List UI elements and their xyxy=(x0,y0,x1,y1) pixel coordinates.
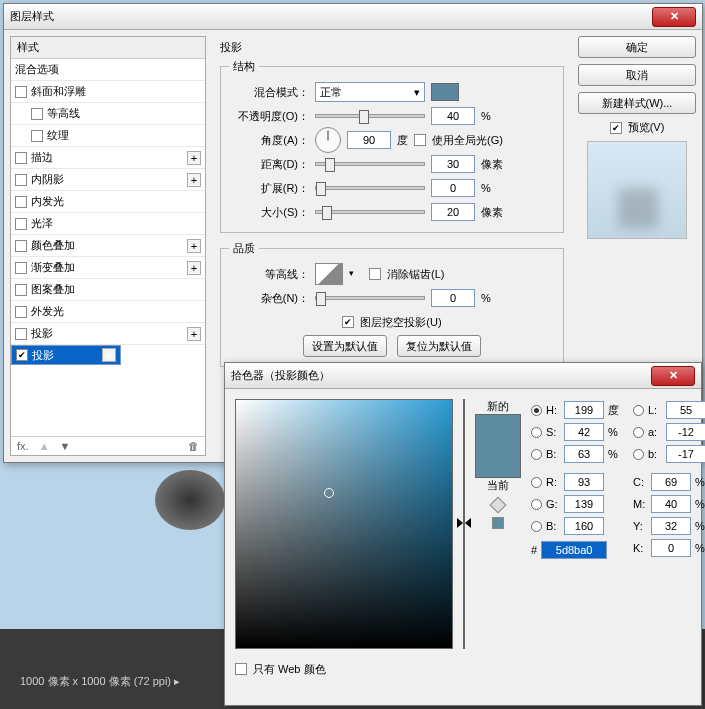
reset-default-button[interactable]: 复位为默认值 xyxy=(397,335,481,357)
add-effect-icon[interactable]: + xyxy=(187,261,201,275)
style-checkbox[interactable] xyxy=(15,284,27,296)
a-radio[interactable] xyxy=(633,427,644,438)
style-item[interactable]: 颜色叠加+ xyxy=(11,235,205,257)
r-radio[interactable] xyxy=(531,477,542,488)
blend-mode-select[interactable]: 正常▾ xyxy=(315,82,425,102)
opacity-input[interactable] xyxy=(431,107,475,125)
add-effect-icon[interactable]: + xyxy=(187,151,201,165)
style-checkbox[interactable]: ✔ xyxy=(16,349,28,361)
hex-input[interactable] xyxy=(541,541,607,559)
style-item[interactable]: 渐变叠加+ xyxy=(11,257,205,279)
style-item[interactable]: 图案叠加 xyxy=(11,279,205,301)
hue-slider[interactable] xyxy=(463,399,465,649)
style-item[interactable]: 投影+ xyxy=(11,323,205,345)
size-slider[interactable] xyxy=(315,210,425,214)
style-checkbox[interactable] xyxy=(15,306,27,318)
style-checkbox[interactable] xyxy=(31,130,43,142)
trash-icon[interactable]: 🗑 xyxy=(188,440,199,452)
m-input[interactable] xyxy=(651,495,691,513)
distance-label: 距离(D)： xyxy=(229,157,309,172)
b-label: B: xyxy=(546,448,560,460)
style-item[interactable]: 斜面和浮雕 xyxy=(11,81,205,103)
noise-input[interactable] xyxy=(431,289,475,307)
a-input[interactable] xyxy=(666,423,705,441)
lb-radio[interactable] xyxy=(633,449,644,460)
knockout-checkbox[interactable]: ✔ xyxy=(342,316,354,328)
k-input[interactable] xyxy=(651,539,691,557)
g-radio[interactable] xyxy=(531,499,542,510)
add-effect-icon[interactable]: + xyxy=(187,173,201,187)
fx-icon[interactable]: fx. xyxy=(17,440,29,452)
style-checkbox[interactable] xyxy=(15,152,27,164)
y-input[interactable] xyxy=(651,517,691,535)
contour-picker[interactable] xyxy=(315,263,343,285)
bb-input[interactable] xyxy=(564,517,604,535)
style-item[interactable]: 内发光 xyxy=(11,191,205,213)
layer-style-title: 图层样式 xyxy=(10,9,652,24)
style-item[interactable]: 描边+ xyxy=(11,147,205,169)
distance-slider[interactable] xyxy=(315,162,425,166)
lb-input[interactable] xyxy=(666,445,705,463)
use-global-light-checkbox[interactable] xyxy=(414,134,426,146)
style-item[interactable]: 等高线 xyxy=(11,103,205,125)
style-item[interactable]: 外发光 xyxy=(11,301,205,323)
size-input[interactable] xyxy=(431,203,475,221)
style-checkbox[interactable] xyxy=(15,262,27,274)
preview-checkbox[interactable]: ✔ xyxy=(610,122,622,134)
add-effect-icon[interactable]: + xyxy=(187,239,201,253)
style-checkbox[interactable] xyxy=(15,174,27,186)
r-input[interactable] xyxy=(564,473,604,491)
angle-dial[interactable] xyxy=(315,127,341,153)
close-icon[interactable]: ✕ xyxy=(652,7,696,27)
style-checkbox[interactable] xyxy=(15,218,27,230)
style-checkbox[interactable] xyxy=(15,328,27,340)
b-input[interactable] xyxy=(564,445,604,463)
bb-radio[interactable] xyxy=(531,521,542,532)
cube-icon[interactable] xyxy=(490,497,507,514)
style-item-label: 投影 xyxy=(31,326,183,341)
cancel-button[interactable]: 取消 xyxy=(578,64,696,86)
shadow-color-swatch[interactable] xyxy=(431,83,459,101)
color-compare-swatch[interactable] xyxy=(475,414,521,478)
move-up-icon[interactable]: ▲ xyxy=(39,440,50,452)
b-radio[interactable] xyxy=(531,449,542,460)
web-only-checkbox[interactable] xyxy=(235,663,247,675)
angle-input[interactable] xyxy=(347,131,391,149)
bg-planet-image xyxy=(155,470,225,530)
style-item[interactable]: 内阴影+ xyxy=(11,169,205,191)
style-item[interactable]: 光泽 xyxy=(11,213,205,235)
style-checkbox[interactable] xyxy=(15,240,27,252)
move-down-icon[interactable]: ▼ xyxy=(60,440,71,452)
l-radio[interactable] xyxy=(633,405,644,416)
h-radio[interactable] xyxy=(531,405,542,416)
spread-input[interactable] xyxy=(431,179,475,197)
spread-slider[interactable] xyxy=(315,186,425,190)
quality-legend: 品质 xyxy=(229,241,259,256)
noise-slider[interactable] xyxy=(315,296,425,300)
style-checkbox[interactable] xyxy=(31,108,43,120)
add-effect-icon[interactable]: + xyxy=(187,327,201,341)
set-default-button[interactable]: 设置为默认值 xyxy=(303,335,387,357)
small-swatch-icon[interactable] xyxy=(492,517,504,529)
color-picker-titlebar[interactable]: 拾色器（投影颜色） ✕ xyxy=(225,363,701,389)
color-field[interactable] xyxy=(235,399,453,649)
style-item[interactable]: 纹理 xyxy=(11,125,205,147)
s-radio[interactable] xyxy=(531,427,542,438)
add-effect-icon[interactable]: + xyxy=(102,348,116,362)
close-icon[interactable]: ✕ xyxy=(651,366,695,386)
style-checkbox[interactable] xyxy=(15,196,27,208)
s-input[interactable] xyxy=(564,423,604,441)
l-input[interactable] xyxy=(666,401,705,419)
layer-style-titlebar[interactable]: 图层样式 ✕ xyxy=(4,4,702,30)
ok-button[interactable]: 确定 xyxy=(578,36,696,58)
g-input[interactable] xyxy=(564,495,604,513)
c-input[interactable] xyxy=(651,473,691,491)
style-item[interactable]: ✔投影+ xyxy=(11,345,121,365)
opacity-slider[interactable] xyxy=(315,114,425,118)
h-input[interactable] xyxy=(564,401,604,419)
antialias-checkbox[interactable] xyxy=(369,268,381,280)
new-style-button[interactable]: 新建样式(W)... xyxy=(578,92,696,114)
blending-options-item[interactable]: 混合选项 xyxy=(11,59,205,81)
style-checkbox[interactable] xyxy=(15,86,27,98)
distance-input[interactable] xyxy=(431,155,475,173)
